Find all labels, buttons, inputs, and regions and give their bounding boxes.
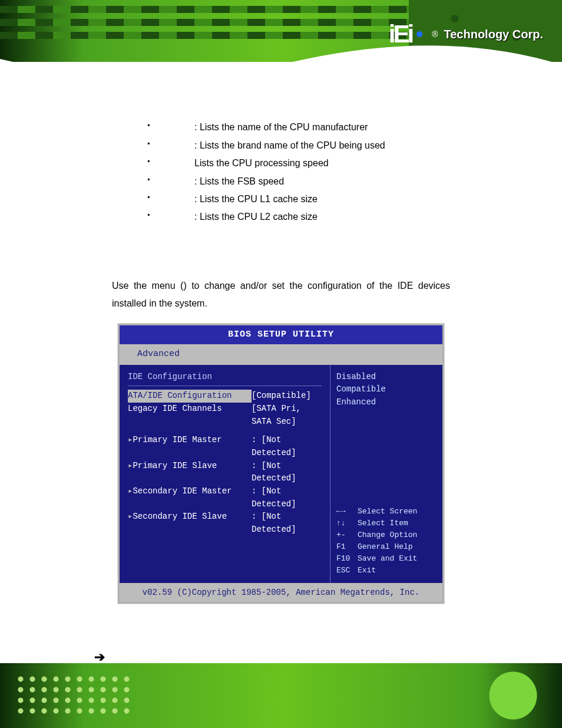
bios-section-heading: IDE Configuration (128, 371, 322, 384)
list-item: : Lists the FSB speed (147, 173, 450, 190)
list-item: : Lists the CPU L1 cache size (147, 190, 450, 208)
header-banner: iEi ® Technology Corp. (0, 0, 562, 62)
dot-grid-icon (15, 674, 133, 715)
bios-tab-bar: Advanced (120, 344, 442, 365)
ide-intro: Use the menu () to change and/or set the… (112, 277, 450, 313)
bios-row: Secondary IDE Master: [Not Detected] (128, 485, 322, 510)
bios-row: Primary IDE Master: [Not Detected] (128, 434, 322, 459)
bios-option: Enhanced (336, 396, 437, 409)
bios-title: BIOS SETUP UTILITY (120, 325, 442, 345)
pcb-decor-icon (475, 669, 551, 722)
bios-left-pane: IDE Configuration ATA/IDE Configuration[… (120, 365, 330, 583)
bios-option: Compatible (336, 383, 437, 396)
bios-row: Legacy IDE Channels[SATA Pri, SATA Sec] (128, 403, 322, 428)
footer-banner (0, 663, 562, 728)
list-item: : Lists the brand name of the CPU being … (147, 137, 450, 154)
bios-right-pane: Disabled Compatible Enhanced ←→Select Sc… (330, 365, 442, 583)
cpu-detail-list: : Lists the name of the CPU manufacturer… (112, 118, 450, 226)
registered-icon: ® (432, 29, 438, 39)
bios-option: Disabled (336, 371, 437, 384)
brand-logo: iEi ® Technology Corp. (389, 20, 543, 48)
list-item: : Lists the CPU L2 cache size (147, 208, 450, 226)
bios-row-selected: ATA/IDE Configuration[Compatible] (128, 390, 322, 403)
bios-tab-advanced: Advanced (137, 349, 180, 359)
logo-tagline: Technology Corp. (444, 28, 543, 41)
cpu-intro: The CPU Configuration menu () lists the … (112, 89, 450, 107)
bios-row: Secondary IDE Slave: [Not Detected] (128, 510, 322, 536)
bios-row: Primary IDE Slave: [Not Detected] (128, 460, 322, 485)
list-item: Lists the CPU processing speed (147, 154, 450, 172)
list-item: : Lists the name of the CPU manufacturer (147, 118, 450, 136)
bios-key-legend: ←→Select Screen ↑↓Select Item +-Change O… (336, 506, 437, 577)
logo-mark: iEi (389, 20, 412, 48)
logo-dot-icon (416, 31, 422, 37)
bios-screenshot: BIOS SETUP UTILITY Advanced IDE Configur… (118, 324, 444, 604)
bios-footer: v02.59 (C)Copyright 1985-2005, American … (120, 583, 442, 602)
